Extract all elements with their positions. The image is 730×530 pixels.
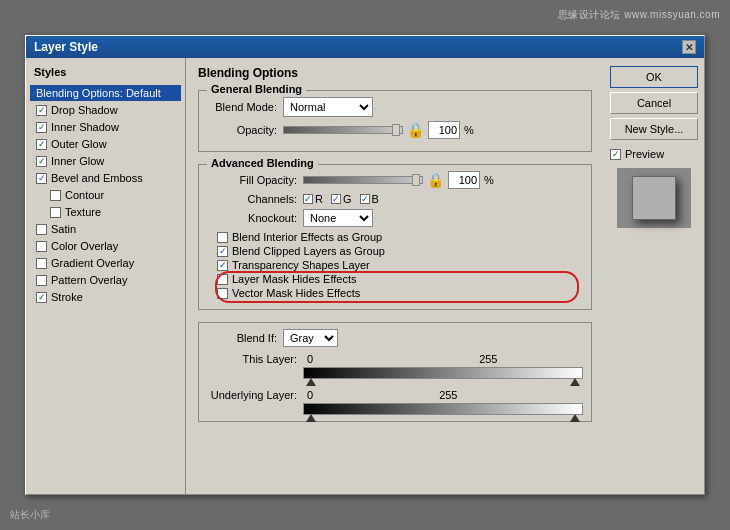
- channels-row: Channels: R G B: [207, 193, 583, 205]
- sidebar-header: Styles: [30, 64, 181, 80]
- preview-box: [617, 168, 691, 228]
- blend-interior-row: Blend Interior Effects as Group: [217, 231, 583, 243]
- inner-shadow-checkbox[interactable]: [36, 122, 47, 133]
- opacity-label: Opacity:: [207, 124, 277, 136]
- this-layer-labels: This Layer: 0 255: [207, 353, 583, 365]
- vector-mask-checkbox[interactable]: [217, 288, 228, 299]
- blend-mode-label: Blend Mode:: [207, 101, 277, 113]
- titlebar: Layer Style ✕: [26, 36, 704, 58]
- contour-label: Contour: [65, 189, 104, 201]
- new-style-button[interactable]: New Style...: [610, 118, 698, 140]
- sidebar-item-drop-shadow[interactable]: Drop Shadow: [30, 102, 181, 118]
- transparency-shapes-label: Transparency Shapes Layer: [232, 259, 370, 271]
- underlying-val2: 255: [439, 389, 457, 401]
- channel-g-checkbox[interactable]: [331, 194, 341, 204]
- stroke-checkbox[interactable]: [36, 292, 47, 303]
- sidebar-item-outer-glow[interactable]: Outer Glow: [30, 136, 181, 152]
- underlying-layer-label: Underlying Layer:: [207, 389, 297, 401]
- blend-clipped-checkbox[interactable]: [217, 246, 228, 257]
- advanced-blending-group: Advanced Blending Fill Opacity: 🔒 %: [198, 164, 592, 310]
- preview-row: Preview: [610, 148, 698, 160]
- blend-if-section: Blend If: Gray This Layer: 0 255: [198, 322, 592, 422]
- blend-mode-select[interactable]: Normal: [283, 97, 373, 117]
- right-panel: OK Cancel New Style... Preview: [604, 58, 704, 494]
- layer-mask-row: Layer Mask Hides Effects: [217, 273, 583, 285]
- outer-glow-checkbox[interactable]: [36, 139, 47, 150]
- gradient-overlay-checkbox[interactable]: [36, 258, 47, 269]
- sidebar-item-pattern-overlay[interactable]: Pattern Overlay: [30, 272, 181, 288]
- sidebar-item-inner-glow[interactable]: Inner Glow: [30, 153, 181, 169]
- layer-style-dialog: Layer Style ✕ Styles Blending Options: D…: [25, 35, 705, 495]
- sidebar-item-gradient-overlay[interactable]: Gradient Overlay: [30, 255, 181, 271]
- sidebar-item-satin[interactable]: Satin: [30, 221, 181, 237]
- opacity-input[interactable]: [428, 121, 460, 139]
- opacity-slider-track[interactable]: [283, 126, 403, 134]
- layer-mask-checkbox[interactable]: [217, 274, 228, 285]
- stroke-label: Stroke: [51, 291, 83, 303]
- inner-glow-checkbox[interactable]: [36, 156, 47, 167]
- bevel-emboss-label: Bevel and Emboss: [51, 172, 143, 184]
- close-button[interactable]: ✕: [682, 40, 696, 54]
- texture-label: Texture: [65, 206, 101, 218]
- blend-interior-checkbox[interactable]: [217, 232, 228, 243]
- this-layer-slider-row: [207, 367, 583, 379]
- underlying-slider[interactable]: [303, 403, 583, 415]
- channel-r-checkbox[interactable]: [303, 194, 313, 204]
- opacity-unit: %: [464, 124, 474, 136]
- sidebar-item-texture[interactable]: Texture: [30, 204, 181, 220]
- cancel-button[interactable]: Cancel: [610, 92, 698, 114]
- underlying-right-arrow[interactable]: [570, 414, 580, 422]
- color-overlay-checkbox[interactable]: [36, 241, 47, 252]
- underlying-left-arrow[interactable]: [306, 414, 316, 422]
- sidebar-item-inner-shadow[interactable]: Inner Shadow: [30, 119, 181, 135]
- sidebar-item-blending-options[interactable]: Blending Options: Default: [30, 85, 181, 101]
- opacity-slider-thumb[interactable]: [392, 124, 400, 136]
- this-layer-slider[interactable]: [303, 367, 583, 379]
- this-layer-left-arrow[interactable]: [306, 378, 316, 386]
- sidebar-item-contour[interactable]: Contour: [30, 187, 181, 203]
- channel-r-label: R: [315, 193, 323, 205]
- inner-shadow-label: Inner Shadow: [51, 121, 119, 133]
- ok-button[interactable]: OK: [610, 66, 698, 88]
- dialog-body: Styles Blending Options: Default Drop Sh…: [26, 58, 704, 494]
- channel-b-label: B: [372, 193, 379, 205]
- blend-mode-row: Blend Mode: Normal: [207, 97, 583, 117]
- opacity-slider-container: 🔒 %: [283, 121, 474, 139]
- fill-opacity-thumb[interactable]: [412, 174, 420, 186]
- satin-checkbox[interactable]: [36, 224, 47, 235]
- sidebar-item-stroke[interactable]: Stroke: [30, 289, 181, 305]
- contour-checkbox[interactable]: [50, 190, 61, 201]
- channel-g-group: G: [331, 193, 352, 205]
- vector-mask-label: Vector Mask Hides Effects: [232, 287, 360, 299]
- general-blending-label: General Blending: [207, 83, 306, 95]
- preview-checkbox[interactable]: [610, 149, 621, 160]
- watermark-bottom-left: 站长小库: [10, 508, 50, 522]
- fill-opacity-input[interactable]: [448, 171, 480, 189]
- bevel-emboss-checkbox[interactable]: [36, 173, 47, 184]
- channel-b-checkbox[interactable]: [360, 194, 370, 204]
- this-layer-val1: 0: [307, 353, 313, 365]
- inner-glow-label: Inner Glow: [51, 155, 104, 167]
- pattern-overlay-checkbox[interactable]: [36, 275, 47, 286]
- watermark-top: 思缘设计论坛 www.missyuan.com: [558, 8, 720, 22]
- blending-options-title: Blending Options: [198, 66, 592, 80]
- fill-opacity-track[interactable]: [303, 176, 423, 184]
- underlying-layer-labels: Underlying Layer: 0 255: [207, 389, 583, 401]
- texture-checkbox[interactable]: [50, 207, 61, 218]
- general-blending-group: General Blending Blend Mode: Normal Opac…: [198, 90, 592, 152]
- drop-shadow-checkbox[interactable]: [36, 105, 47, 116]
- blend-clipped-label: Blend Clipped Layers as Group: [232, 245, 385, 257]
- this-layer-right-arrow[interactable]: [570, 378, 580, 386]
- blend-if-select[interactable]: Gray: [283, 329, 338, 347]
- sidebar-item-color-overlay[interactable]: Color Overlay: [30, 238, 181, 254]
- fill-opacity-label: Fill Opacity:: [207, 174, 297, 186]
- underlying-slider-row: [207, 403, 583, 415]
- knockout-select[interactable]: None: [303, 209, 373, 227]
- sidebar-item-bevel-emboss[interactable]: Bevel and Emboss: [30, 170, 181, 186]
- advanced-blending-label: Advanced Blending: [207, 157, 318, 169]
- channel-b-group: B: [360, 193, 379, 205]
- gradient-overlay-label: Gradient Overlay: [51, 257, 134, 269]
- transparency-shapes-checkbox[interactable]: [217, 260, 228, 271]
- blend-clipped-row: Blend Clipped Layers as Group: [217, 245, 583, 257]
- knockout-label: Knockout:: [207, 212, 297, 224]
